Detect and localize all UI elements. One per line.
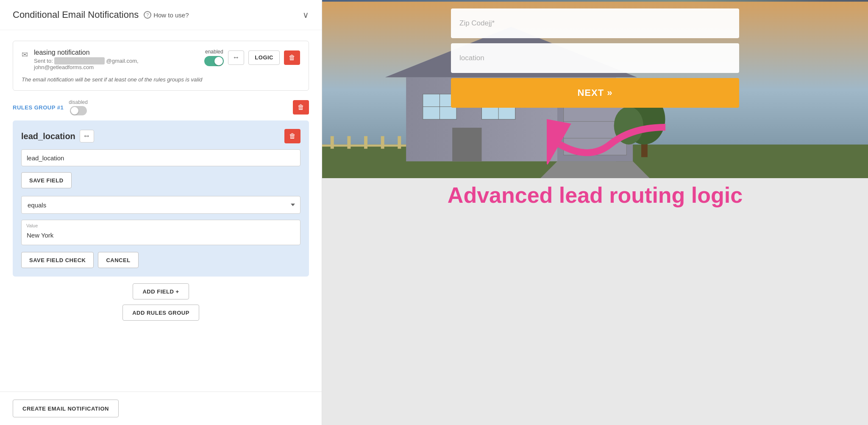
delete-field-rule-button[interactable]: 🗑 (284, 129, 300, 143)
trash-icon-3: 🗑 (289, 132, 296, 140)
notification-card: ✉ leasing notification Sent to: ████████… (13, 41, 309, 91)
enabled-label: enabled (205, 49, 223, 55)
rules-group-toggle-wrapper: disabled (69, 99, 88, 115)
notification-sent-to: Sent to: ████████████ @gmail.com, john@g… (34, 58, 198, 70)
zip-input[interactable] (459, 19, 731, 28)
add-rules-group-button[interactable]: ADD RULES GROUP (122, 305, 199, 321)
sent-to-prefix: Sent to: (34, 58, 53, 64)
delete-rules-group-button[interactable]: 🗑 (293, 100, 309, 115)
panel-title: Conditional Email Notifications (13, 9, 139, 20)
enable-toggle[interactable] (204, 56, 224, 66)
rules-group-label: RULES GROUP #1 (13, 104, 64, 111)
email-icon: ✉ (22, 50, 28, 59)
next-button[interactable]: NEXT » (451, 78, 739, 108)
toggle-wrapper: enabled (204, 49, 224, 66)
svg-rect-20 (331, 136, 334, 149)
field-rule-actions: SAVE FIELD CHECK CANCEL (21, 252, 300, 268)
field-name-input[interactable] (21, 149, 300, 166)
how-to-use-link[interactable]: ? How to use? (144, 11, 189, 19)
diagonal-arrows-icon: ⤢ (232, 53, 240, 61)
notification-header: ✉ leasing notification Sent to: ████████… (22, 49, 300, 70)
diagonal-icon: ⤢ (83, 132, 91, 140)
panel-footer: CREATE EMAIL NOTIFICATION (0, 391, 322, 425)
panel-content: ✉ leasing notification Sent to: ████████… (0, 30, 322, 391)
svg-rect-22 (364, 136, 367, 149)
field-rule-box: lead_location ⤢ 🗑 SAVE FIELD equals cont… (13, 120, 309, 277)
svg-rect-14 (452, 128, 481, 161)
value-input[interactable] (21, 220, 300, 245)
chevron-down-icon[interactable]: ∨ (303, 10, 309, 20)
svg-rect-21 (347, 136, 351, 149)
logic-button[interactable]: LOGIC (248, 50, 280, 65)
delete-notification-button[interactable]: 🗑 (284, 50, 300, 65)
notification-description: The email notification will be sent if a… (22, 76, 300, 83)
field-input-row (21, 149, 300, 166)
how-to-use-label: How to use? (153, 11, 189, 19)
trash-icon-2: 🗑 (298, 103, 304, 111)
cancel-button[interactable]: CANCEL (98, 252, 138, 268)
notification-controls: enabled ⤢ LOGIC 🗑 (204, 49, 300, 66)
rules-group-toggle[interactable] (70, 106, 87, 115)
field-rule-name: lead_location ⤢ (21, 130, 94, 143)
notification-info: leasing notification Sent to: ██████████… (34, 49, 198, 70)
form-overlay: NEXT » (451, 8, 739, 108)
svg-rect-24 (398, 136, 401, 149)
bottom-buttons: ADD FIELD + ADD RULES GROUP (13, 283, 309, 321)
svg-marker-18 (540, 161, 650, 178)
email-redacted: ████████████ (54, 57, 105, 64)
value-field-wrapper: Value (21, 220, 300, 245)
panel-header-left: Conditional Email Notifications ? How to… (13, 9, 189, 20)
zip-input-wrapper (451, 8, 739, 38)
rules-group-header: RULES GROUP #1 disabled 🗑 (13, 99, 309, 115)
location-input[interactable] (459, 54, 731, 62)
save-field-check-button[interactable]: SAVE FIELD CHECK (21, 252, 94, 268)
left-panel: Conditional Email Notifications ? How to… (0, 0, 322, 425)
panel-header: Conditional Email Notifications ? How to… (0, 0, 322, 30)
field-rule-header: lead_location ⤢ 🗑 (21, 129, 300, 143)
trash-icon: 🗑 (289, 54, 295, 62)
svg-point-17 (614, 107, 643, 145)
question-icon: ? (144, 11, 151, 19)
advanced-lead-headline: Advanced lead routing logic (426, 182, 765, 208)
create-notification-button[interactable]: CREATE EMAIL NOTIFICATION (13, 400, 119, 417)
notification-name: leasing notification (34, 49, 198, 56)
svg-rect-23 (381, 136, 384, 149)
field-rule-edit-button[interactable]: ⤢ (80, 130, 94, 143)
svg-rect-19 (322, 145, 406, 147)
edit-icon-button[interactable]: ⤢ (228, 50, 244, 65)
save-field-button[interactable]: SAVE FIELD (21, 172, 72, 188)
right-panel: NEXT » Advanced lead routing logic (322, 0, 868, 425)
add-field-button[interactable]: ADD FIELD + (133, 283, 189, 299)
rules-group-left: RULES GROUP #1 disabled (13, 99, 88, 115)
location-input-wrapper (451, 43, 739, 73)
operator-select[interactable]: equals contains starts with ends with no… (21, 196, 300, 214)
disabled-label: disabled (69, 99, 88, 105)
